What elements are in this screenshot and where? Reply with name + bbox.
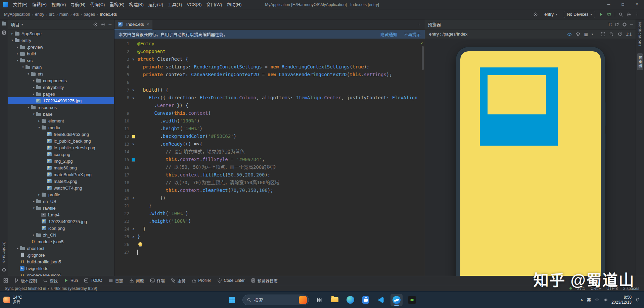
code-line[interactable]: 2@Component — [114, 48, 425, 55]
menu-item[interactable]: 视图(V) — [49, 0, 68, 9]
code-line[interactable]: 21 } — [114, 202, 425, 210]
hide-panel-icon[interactable]: ─ — [108, 22, 111, 27]
notifications-stripe-tab[interactable]: Notifications — [638, 22, 642, 47]
close-tab-icon[interactable]: × — [147, 22, 149, 27]
tree-item[interactable]: ▾main — [8, 64, 114, 70]
breadcrumb-item[interactable]: pages — [84, 12, 95, 17]
tree-item[interactable]: ▸en_US — [8, 198, 114, 205]
tree-item[interactable]: ▸components — [8, 77, 114, 84]
previewer-stripe-tab[interactable]: 预览器 — [637, 53, 643, 70]
minimize-button[interactable]: ─ — [602, 0, 616, 9]
chevron-right-icon[interactable]: ▸ — [37, 119, 41, 122]
code-line[interactable]: 17 this.context.fillRect(50,50,200,200); — [114, 171, 425, 179]
vscode-app-icon[interactable] — [375, 294, 387, 306]
rotate-icon[interactable] — [617, 32, 622, 37]
fold-icon[interactable]: ∨ — [129, 55, 137, 63]
tree-item[interactable]: ▸zh_CN — [8, 232, 114, 238]
edge-app-icon[interactable] — [344, 294, 356, 306]
tree-item[interactable]: ▸ohosTest — [8, 245, 114, 252]
code-line[interactable]: 12 .backgroundColor('#F5DC62') — [114, 133, 425, 140]
tray-expand-icon[interactable]: ∧ — [580, 298, 583, 302]
inspector-eye-icon[interactable] — [567, 32, 572, 37]
menu-item[interactable]: 导航(N) — [68, 0, 88, 9]
code-line[interactable]: 4 private settings: RenderingContextSett… — [114, 63, 425, 71]
menu-item[interactable]: 代码(C) — [88, 0, 107, 9]
taskbar-weather[interactable]: 14°C 多云 — [3, 292, 22, 308]
tree-item[interactable]: ▸pages — [8, 91, 114, 97]
code-line[interactable]: 27 — [114, 248, 425, 256]
search-icon[interactable] — [618, 12, 623, 17]
wifi-icon[interactable] — [595, 298, 599, 302]
color-chip[interactable] — [132, 135, 135, 139]
tool-window-button[interactable]: 预览器日志 — [251, 278, 278, 284]
menu-item[interactable]: 重构(R) — [107, 0, 127, 9]
project-stripe-icon[interactable] — [2, 22, 6, 25]
chevron-right-icon[interactable]: ▸ — [15, 45, 20, 49]
tree-item[interactable]: ▸build — [8, 50, 114, 57]
clock[interactable]: 8:50 2023/12/13 — [611, 295, 632, 305]
grid-view-icon[interactable]: ▦ — [584, 32, 588, 37]
locate-icon[interactable] — [533, 12, 538, 17]
code-line[interactable]: 15 this.context.fillStyle = '#0097D4'; — [114, 156, 425, 163]
tree-item[interactable]: tshvigorfile.ts — [8, 265, 114, 272]
notification-center-icon[interactable] — [635, 298, 640, 302]
debug-button[interactable] — [607, 12, 611, 17]
tree-item[interactable]: freeBudsPro3.png — [8, 131, 114, 138]
chevron-down-icon[interactable]: ▾ — [26, 72, 31, 75]
menu-item[interactable]: VCS(S) — [184, 0, 204, 9]
tool-window-button[interactable]: Profiler — [192, 278, 211, 283]
tree-item[interactable]: ▾base — [8, 111, 114, 117]
module-select[interactable]: entry ▾ — [541, 11, 560, 18]
tree-item[interactable]: ▸element — [8, 117, 114, 124]
chevron-down-icon[interactable]: ▾ — [32, 206, 36, 210]
code-line[interactable]: 16 // 以(50, 50)为左上顶点，画一个宽高200的矩形 — [114, 163, 425, 171]
code-line[interactable]: 22 .width('100%') — [114, 210, 425, 217]
deveco-app-icon[interactable] — [390, 294, 403, 306]
tab-index-ets[interactable]: e Index.ets × — [114, 20, 152, 30]
panel-settings-icon[interactable] — [101, 22, 105, 27]
tree-item[interactable]: {}build-profile.json5 — [8, 258, 114, 265]
tree-item[interactable]: mateBookProX.png — [8, 171, 114, 178]
code-line[interactable]: 20∧ }) — [114, 194, 425, 202]
chevron-down-icon[interactable]: ▾ — [32, 112, 36, 116]
datagrip-app-icon[interactable]: DG — [406, 294, 418, 306]
taskview-app-icon[interactable] — [313, 294, 325, 306]
project-panel-title[interactable]: 项目 — [11, 21, 19, 28]
component-tree-icon[interactable] — [576, 32, 580, 37]
code-line[interactable]: 8∨ Flex({ direction: FlexDirection.Colum… — [114, 94, 425, 102]
bottom-stripe-icon[interactable] — [2, 268, 6, 272]
breadcrumb-item[interactable]: MyApplication — [4, 12, 30, 17]
code-line[interactable]: 23 .height('100%') — [114, 217, 425, 225]
tree-item[interactable]: ▾media — [8, 124, 114, 131]
tool-window-button[interactable]: Run — [64, 278, 78, 283]
tree-item[interactable]: ▾entry — [8, 37, 114, 44]
code-line[interactable]: 7∨ build() { — [114, 86, 425, 94]
breadcrumb-item[interactable]: ets — [73, 12, 79, 17]
menu-item[interactable]: 编辑(E) — [30, 0, 49, 9]
menu-item[interactable]: 运行(U) — [146, 0, 166, 9]
code-line[interactable]: 10 .width('100%') — [114, 117, 425, 125]
settings-icon[interactable] — [627, 12, 631, 17]
tree-item[interactable]: mateX5.png — [8, 178, 114, 185]
color-chip-gutter[interactable] — [129, 133, 137, 140]
tree-item[interactable]: ▸AppScope — [8, 30, 114, 37]
tree-item[interactable]: ▾rawfile — [8, 205, 114, 211]
tree-item[interactable]: ▸entryability — [8, 84, 114, 91]
tree-item[interactable]: ▸1.mp4 — [8, 211, 114, 218]
zoom-level[interactable]: 1:1 — [626, 32, 632, 37]
fold-icon[interactable]: ∨ — [129, 140, 137, 148]
intention-bulb-icon[interactable] — [138, 242, 142, 246]
tree-item[interactable]: ▾resources — [8, 104, 114, 111]
code-line[interactable]: 9 Canvas(this.context) — [114, 109, 425, 117]
ime-indicator[interactable]: 英 — [587, 297, 591, 303]
hide-notification-link[interactable]: 隐藏通知 — [380, 31, 397, 38]
tool-window-button[interactable]: Code Linter — [217, 278, 245, 283]
start-button[interactable] — [226, 294, 238, 306]
color-chip-gutter[interactable] — [129, 156, 137, 163]
menu-item[interactable]: 工具(T) — [166, 0, 185, 9]
close-button[interactable]: × — [630, 0, 644, 9]
tool-window-button[interactable]: 终端 — [150, 278, 165, 284]
select-opened-file-icon[interactable] — [93, 22, 98, 27]
code-line[interactable]: 6 — [114, 79, 425, 86]
breadcrumb-item[interactable]: src — [49, 12, 55, 17]
